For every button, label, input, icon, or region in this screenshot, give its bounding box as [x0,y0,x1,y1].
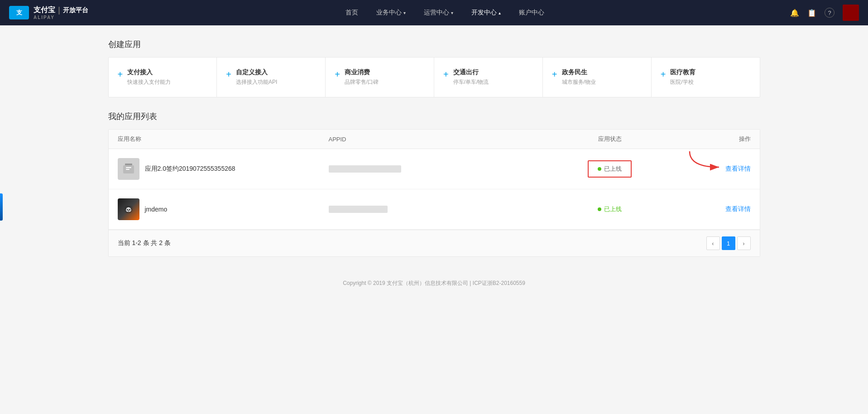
pagination-controls: ‹ 1 › [706,236,751,250]
table-row: 🐼 jmdemo 已上线 查看详情 [109,189,760,230]
app-name-1: jmdemo [145,206,168,213]
svg-rect-3 [126,169,129,170]
app-icon-0 [118,158,139,180]
create-app-desc-2: 品牌零售/口碑 [345,78,379,86]
footer-text: Copyright © 2019 支付宝（杭州）信息技术有限公司 | ICP证浙… [343,280,525,286]
next-page-button[interactable]: › [737,236,751,250]
row-name-0: 应用2.0签约2019072555355268 [118,158,329,180]
logo-text-group: 支付宝 | 开放平台 ALIPAY [34,5,88,20]
nav-actions: 🔔 📋 ? [790,5,859,21]
plus-icon: + [552,69,557,80]
create-app-item-5[interactable]: + 医疗教育 医院/学校 [652,58,760,97]
row-appid-1 [329,206,540,213]
status-online: 已上线 [540,205,681,213]
status-text-1: 已上线 [604,205,622,213]
create-app-grid: + 支付接入 快速接入支付能力 + 自定义接入 选择接入功能API + 商业消费… [108,57,760,97]
svg-rect-2 [126,167,131,168]
row-action-0: 查看详情 [680,165,750,173]
plus-icon: + [443,69,449,80]
table-header: 应用名称 APPID 应用状态 操作 [109,130,760,149]
app-list-table: 应用名称 APPID 应用状态 操作 [108,129,760,257]
create-app-desc-5: 医院/学校 [670,78,695,86]
page-1-button[interactable]: 1 [722,236,735,250]
row-action-1: 查看详情 [680,205,750,213]
view-detail-link-0[interactable]: 查看详情 [725,165,751,172]
create-app-desc-4: 城市服务/物业 [562,78,596,86]
col-header-status: 应用状态 [540,135,681,143]
volume-icon[interactable]: 🔔 [790,9,799,17]
create-app-title: 创建应用 [108,39,760,50]
create-app-name-1: 自定义接入 [236,68,277,77]
footer: Copyright © 2019 支付宝（杭州）信息技术有限公司 | ICP证浙… [0,270,868,296]
create-app-item-3[interactable]: + 交通出行 停车/单车/物流 [434,58,543,97]
plus-icon: + [226,69,231,80]
create-app-item-0[interactable]: + 支付接入 快速接入支付能力 [109,58,217,97]
create-app-item-4[interactable]: + 政务民生 城市服务/物业 [543,58,652,97]
create-app-name-0: 支付接入 [127,68,171,77]
status-highlight-box: 已上线 [588,160,632,178]
app-list-section: 我的应用列表 应用名称 APPID 应用状态 操作 [108,111,760,257]
document-icon[interactable]: 📋 [807,9,816,17]
prev-page-button[interactable]: ‹ [706,236,720,250]
row-name-1: 🐼 jmdemo [118,198,329,220]
view-detail-link-1[interactable]: 查看详情 [725,205,751,212]
status-dot [598,167,601,171]
create-app-desc-3: 停车/单车/物流 [453,78,489,86]
appid-blur-1 [329,206,388,213]
chevron-down-icon: ▾ [403,10,406,15]
plus-icon: + [661,69,666,80]
status-dot [598,207,601,211]
create-app-section: 创建应用 + 支付接入 快速接入支付能力 + 自定义接入 选择接入功能API + [108,39,760,97]
nav-link-account[interactable]: 账户中心 [519,7,544,19]
logo: 支 支付宝 | 开放平台 ALIPAY [9,5,100,20]
col-header-action: 操作 [680,135,750,143]
app-icon-1: 🐼 [118,198,139,220]
create-app-desc-1: 选择接入功能API [236,78,277,86]
create-app-name-3: 交通出行 [453,68,489,77]
status-text-0: 已上线 [604,165,622,173]
row-status-0: 已上线 [540,160,681,178]
question-icon[interactable]: ? [825,8,834,18]
pagination-bar: 当前 1-2 条 共 2 条 ‹ 1 › [109,230,760,256]
pagination-info: 当前 1-2 条 共 2 条 [118,239,171,247]
logo-platform: 开放平台 [63,6,88,14]
create-app-item-1[interactable]: + 自定义接入 选择接入功能API [217,58,326,97]
default-app-icon [118,158,139,180]
nav-link-business[interactable]: 业务中心 ▾ [376,7,406,19]
create-app-desc-0: 快速接入支付能力 [127,78,171,86]
app-list-title: 我的应用列表 [108,111,760,122]
chevron-down-icon: ▾ [451,10,453,15]
avatar[interactable] [843,5,859,21]
chevron-up-icon: ▴ [499,10,501,15]
red-arrow-icon [687,149,724,172]
appid-blur-0 [329,165,401,173]
create-app-name-5: 医疗教育 [670,68,695,77]
create-app-name-2: 商业消费 [345,68,379,77]
app-name-0: 应用2.0签约2019072555355268 [145,165,235,173]
create-app-item-2[interactable]: + 商业消费 品牌零售/口碑 [326,58,434,97]
table-row: 应用2.0签约2019072555355268 已上线 [109,149,760,189]
create-app-name-4: 政务民生 [562,68,596,77]
row-appid-0 [329,165,540,173]
logo-sub: ALIPAY [34,15,88,20]
col-header-appid: APPID [329,136,540,143]
svg-rect-1 [125,164,132,165]
scroll-indicator [0,193,3,221]
nav-link-dev[interactable]: 开发中心 ▴ [471,7,501,19]
navigation: 支 支付宝 | 开放平台 ALIPAY 首页 业务中心 ▾ 运营中心 ▾ 开发中… [0,0,868,25]
nav-link-operations[interactable]: 运营中心 ▾ [424,7,453,19]
plus-icon: + [335,69,340,80]
jm-app-icon: 🐼 [118,198,139,220]
row-status-1: 已上线 [540,205,681,213]
col-header-name: 应用名称 [118,135,329,143]
nav-links: 首页 业务中心 ▾ 运营中心 ▾ 开发中心 ▴ 账户中心 [100,7,790,19]
plus-icon: + [118,69,123,80]
alipay-icon: 支 [9,6,29,19]
logo-brand: 支付宝 [34,5,55,15]
nav-link-home[interactable]: 首页 [345,7,358,19]
